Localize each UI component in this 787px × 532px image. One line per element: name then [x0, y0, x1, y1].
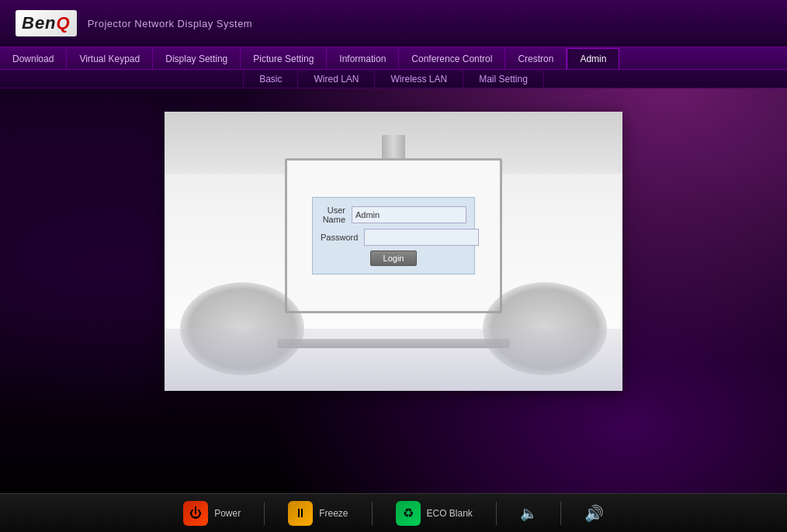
- projection-screen: User Name Password Login: [285, 158, 502, 313]
- nav-bar: Download Virtual Keypad Display Setting …: [0, 48, 787, 70]
- username-label: User Name: [321, 206, 352, 224]
- floor: [165, 329, 622, 391]
- password-input[interactable]: [364, 229, 479, 246]
- nav-item-download[interactable]: Download: [0, 48, 67, 69]
- sub-nav-mail-setting[interactable]: Mail Setting: [463, 70, 544, 88]
- taskbar-volume-low[interactable]: 🔈: [520, 505, 537, 522]
- sub-nav-basic[interactable]: Basic: [243, 70, 298, 88]
- taskbar: ⏻ Power ⏸ Freeze ♻ ECO Blank 🔈 🔊: [0, 493, 787, 532]
- nav-item-admin[interactable]: Admin: [567, 48, 619, 69]
- power-icon: ⏻: [183, 501, 208, 526]
- login-form: User Name Password Login: [312, 197, 475, 275]
- header: BenQ Projector Network Display System: [0, 0, 787, 48]
- sub-nav-wired-lan[interactable]: Wired LAN: [298, 70, 375, 88]
- screen-inner: User Name Password Login: [287, 161, 500, 311]
- nav-item-information[interactable]: Information: [327, 48, 399, 69]
- taskbar-freeze[interactable]: ⏸ Freeze: [288, 501, 348, 526]
- eco-icon: ♻: [396, 501, 421, 526]
- password-label: Password: [321, 233, 364, 242]
- freeze-label: Freeze: [319, 508, 348, 519]
- nav-item-crestron[interactable]: Crestron: [505, 48, 567, 69]
- login-button-row: Login: [321, 250, 466, 266]
- nav-item-virtual-keypad[interactable]: Virtual Keypad: [67, 48, 153, 69]
- nav-item-display-setting[interactable]: Display Setting: [153, 48, 241, 69]
- login-button[interactable]: Login: [370, 250, 418, 266]
- freeze-icon: ⏸: [288, 501, 313, 526]
- power-label: Power: [214, 508, 241, 519]
- nav-item-picture-setting[interactable]: Picture Setting: [241, 48, 327, 69]
- taskbar-sep-2: [372, 502, 373, 525]
- sub-nav-wireless-lan[interactable]: Wireless LAN: [375, 70, 463, 88]
- volume-high-icon: 🔊: [584, 504, 604, 523]
- logo-box: BenQ: [16, 10, 77, 36]
- username-input[interactable]: [352, 206, 466, 223]
- conference-panel: User Name Password Login: [165, 112, 622, 391]
- password-row: Password: [321, 229, 466, 246]
- sub-nav-bar: Basic Wired LAN Wireless LAN Mail Settin…: [0, 70, 787, 88]
- nav-item-conference-control[interactable]: Conference Control: [399, 48, 505, 69]
- taskbar-sep-3: [496, 502, 497, 525]
- header-subtitle: Projector Network Display System: [88, 18, 253, 29]
- brand-logo: BenQ: [22, 13, 71, 33]
- volume-low-icon: 🔈: [520, 505, 537, 522]
- logo-container: BenQ Projector Network Display System: [16, 10, 252, 36]
- taskbar-sep-4: [560, 502, 561, 525]
- taskbar-power[interactable]: ⏻ Power: [183, 501, 241, 526]
- taskbar-sep-1: [264, 502, 265, 525]
- taskbar-volume-high[interactable]: 🔊: [584, 504, 604, 523]
- eco-label: ECO Blank: [427, 508, 473, 519]
- username-row: User Name: [321, 206, 466, 224]
- taskbar-eco-blank[interactable]: ♻ ECO Blank: [396, 501, 473, 526]
- main-content: User Name Password Login: [0, 88, 787, 493]
